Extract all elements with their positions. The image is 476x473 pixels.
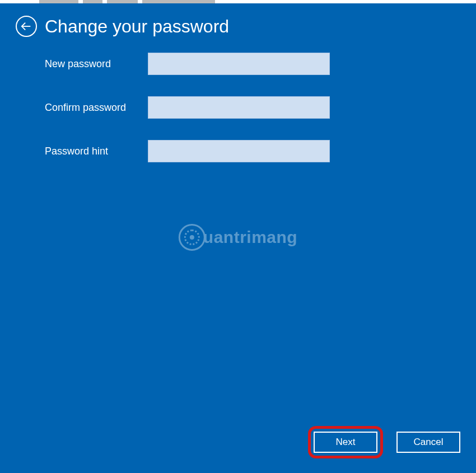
password-hint-label: Password hint <box>45 146 148 157</box>
next-button[interactable]: Next <box>314 432 377 453</box>
watermark: uantrimang <box>179 224 297 251</box>
next-button-highlight: Next <box>309 427 382 457</box>
page-title: Change your password <box>45 16 229 37</box>
confirm-password-label: Confirm password <box>45 102 148 114</box>
new-password-label: New password <box>45 58 148 70</box>
cancel-button[interactable]: Cancel <box>396 432 460 453</box>
arrow-left-icon <box>20 20 32 32</box>
confirm-password-input[interactable] <box>148 96 330 119</box>
watermark-icon <box>179 224 206 251</box>
password-form: New password Confirm password Password h… <box>0 37 476 162</box>
footer: Next Cancel <box>309 427 460 457</box>
back-button[interactable] <box>16 16 37 37</box>
page-header: Change your password <box>0 3 476 37</box>
new-password-input[interactable] <box>148 53 330 75</box>
watermark-text: uantrimang <box>203 228 297 247</box>
password-hint-input[interactable] <box>148 140 330 162</box>
